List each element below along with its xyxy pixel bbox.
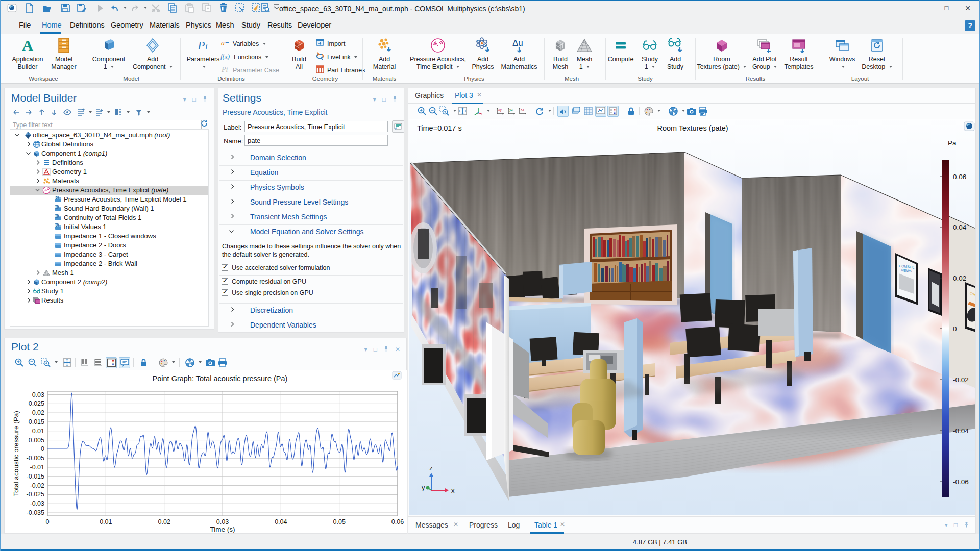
svg-text:-0.04: -0.04 [953, 427, 969, 435]
svg-text:Time=0.017 s: Time=0.017 s [417, 124, 462, 132]
svg-text:0.01: 0.01 [32, 428, 44, 435]
svg-text:0: 0 [46, 518, 50, 525]
svg-text:0.04: 0.04 [953, 223, 967, 231]
svg-text:Time (s): Time (s) [210, 525, 235, 533]
svg-text:D: D [56, 196, 58, 199]
svg-text:Δu: Δu [512, 38, 523, 48]
svg-text:-0.02: -0.02 [30, 482, 45, 489]
svg-text:0.06: 0.06 [391, 518, 404, 525]
svg-text:0.04: 0.04 [275, 518, 287, 525]
svg-text:yz: yz [509, 108, 513, 112]
svg-text:y: y [422, 484, 425, 491]
svg-text:0.01: 0.01 [100, 518, 112, 525]
svg-text:0: 0 [953, 325, 957, 333]
svg-text:-0.005: -0.005 [27, 455, 44, 462]
svg-text:-0.06: -0.06 [953, 478, 969, 486]
svg-text:Total acoustic pressure (Pa): Total acoustic pressure (Pa) [12, 411, 20, 496]
svg-text:0.02: 0.02 [953, 274, 966, 282]
svg-text:-0.015: -0.015 [27, 473, 44, 480]
svg-text:Pa: Pa [948, 139, 957, 147]
svg-text:0.005: 0.005 [29, 437, 44, 444]
svg-text:A: A [22, 37, 33, 54]
svg-text:0.03: 0.03 [32, 391, 44, 398]
svg-text:0.015: 0.015 [29, 418, 44, 425]
svg-text:0: 0 [41, 445, 44, 453]
svg-text:=: = [225, 39, 229, 47]
svg-text:P: P [197, 39, 205, 52]
svg-text:x: x [451, 487, 455, 494]
svg-text:D: D [56, 214, 58, 218]
svg-text:i: i [205, 42, 208, 52]
svg-text:0.05: 0.05 [333, 518, 346, 525]
svg-text:0.06: 0.06 [953, 173, 966, 181]
svg-text:Pi: Pi [221, 66, 228, 73]
svg-text:D: D [56, 205, 58, 209]
svg-text:xy: xy [498, 108, 502, 112]
svg-text:-0.035: -0.035 [27, 509, 44, 516]
svg-text:z: z [429, 464, 433, 472]
svg-text:-0.03: -0.03 [30, 500, 45, 507]
svg-text:Room Textures (pate): Room Textures (pate) [657, 124, 728, 132]
svg-text:xz: xz [521, 108, 525, 111]
svg-text:-0.01: -0.01 [30, 464, 45, 471]
svg-text:0.02: 0.02 [32, 409, 44, 416]
svg-text:-0.025: -0.025 [27, 491, 44, 498]
svg-text:0.02: 0.02 [158, 518, 170, 525]
svg-text:-0.02: -0.02 [953, 376, 969, 384]
svg-text:D: D [56, 223, 58, 227]
svg-text:f(x): f(x) [220, 53, 230, 60]
svg-text:0.03: 0.03 [216, 518, 229, 525]
svg-text:0.025: 0.025 [29, 400, 44, 407]
svg-text:a: a [221, 39, 225, 47]
svg-text:Point Graph: Total acoustic pr: Point Graph: Total acoustic pressure (Pa… [153, 374, 288, 383]
